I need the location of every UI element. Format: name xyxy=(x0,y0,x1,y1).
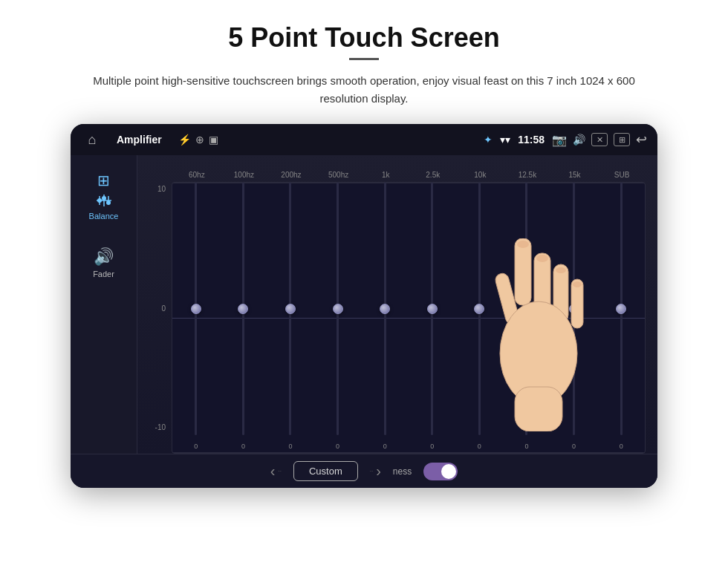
slider-thumb-1k[interactable] xyxy=(380,304,390,314)
sliders-grid: 0 0 0 xyxy=(172,182,646,454)
slider-col-200hz[interactable]: 0 xyxy=(267,183,314,453)
slider-col-10k[interactable]: 0 xyxy=(456,183,504,453)
freq-200hz: 200hz xyxy=(267,171,315,179)
bottom-bar: ‹ ·· Custom ·· › ness xyxy=(71,454,657,488)
fader-label: Fader xyxy=(93,270,114,278)
freq-100hz: 100hz xyxy=(221,171,268,179)
next-dots: ·· xyxy=(370,468,373,474)
svg-point-6 xyxy=(106,200,111,205)
wifi-icon: ▾▾ xyxy=(500,134,510,146)
svg-point-2 xyxy=(97,198,102,203)
sidebar-item-balance[interactable]: ⊞ Balance xyxy=(76,166,132,226)
volume-icon[interactable]: 🔊 xyxy=(573,134,585,146)
slider-value-sub: 0 xyxy=(620,443,623,450)
slider-track-200hz[interactable] xyxy=(289,183,291,435)
slider-value-10k: 0 xyxy=(478,443,481,450)
slider-track-100hz[interactable] xyxy=(242,183,244,435)
title-divider xyxy=(349,58,379,60)
slider-col-500hz[interactable]: 0 xyxy=(314,183,362,453)
slider-track-15k[interactable] xyxy=(573,183,575,435)
sidebar-item-fader[interactable]: 🔊 Fader xyxy=(76,241,132,284)
usb-icon: ⚡ xyxy=(178,134,191,146)
camera-icon[interactable]: 📷 xyxy=(552,133,567,147)
y-axis: 10 0 -10 xyxy=(149,182,172,454)
slider-col-1k[interactable]: 0 xyxy=(361,183,409,453)
slider-thumb-10k[interactable] xyxy=(474,304,484,314)
app-title: Amplifier xyxy=(117,134,162,146)
fader-icon: 🔊 xyxy=(94,247,114,267)
balance-label: Balance xyxy=(89,212,119,221)
freq-60hz: 60hz xyxy=(173,171,221,179)
slider-track-10k[interactable] xyxy=(478,183,481,435)
slider-track-2.5k[interactable] xyxy=(431,183,433,435)
home-icon[interactable]: ⌂ xyxy=(81,128,103,151)
page-title: 5 Point Touch Screen xyxy=(228,22,499,53)
slider-track-12.5k[interactable] xyxy=(525,183,527,435)
freq-sub: SUB xyxy=(598,171,646,179)
slider-value-2.5k: 0 xyxy=(430,443,434,450)
slider-thumb-200hz[interactable] xyxy=(285,304,296,314)
back-icon[interactable]: ↩ xyxy=(636,131,647,148)
status-icons: ⚡ ⊕ ▣ xyxy=(178,134,218,146)
slider-thumb-12.5k[interactable] xyxy=(521,304,532,314)
slider-track-1k[interactable] xyxy=(384,183,386,435)
next-chevron-icon: › xyxy=(376,463,381,480)
image-icon: ▣ xyxy=(209,134,218,146)
slider-col-12.5k[interactable]: 0 xyxy=(503,183,550,453)
status-bar: ⌂ Amplifier ⚡ ⊕ ▣ ✦ ▾▾ 11:58 📷 🔊 ✕ ⊞ ↩ xyxy=(71,124,657,155)
slider-thumb-15k[interactable] xyxy=(569,304,579,314)
sidebar: ⊞ Balance 🔊 Fader xyxy=(71,155,137,454)
gps-icon: ⊕ xyxy=(195,134,204,146)
prev-button[interactable]: ‹ ·· xyxy=(270,463,282,480)
bluetooth-icon: ✦ xyxy=(484,134,493,146)
loudness-label: ness xyxy=(393,466,412,477)
loudness-toggle[interactable] xyxy=(423,463,458,480)
slider-thumb-2.5k[interactable] xyxy=(427,304,438,314)
slider-thumb-500hz[interactable] xyxy=(333,304,343,314)
eq-sliders-area: 10 0 -10 xyxy=(149,182,646,454)
y-label-0: 0 xyxy=(161,304,166,313)
freq-12.5k: 12.5k xyxy=(504,171,551,179)
page-subtitle: Multiple point high-sensitive touchscree… xyxy=(82,72,646,108)
eq-content: 60hz 100hz 200hz 500hz 1k 2.5k 10k 12.5k… xyxy=(137,155,657,454)
slider-value-100hz: 0 xyxy=(241,443,245,450)
slider-thumb-sub[interactable] xyxy=(616,304,626,314)
freq-labels: 60hz 100hz 200hz 500hz 1k 2.5k 10k 12.5k… xyxy=(173,163,646,179)
main-area: ⊞ Balance 🔊 Fader xyxy=(71,155,657,454)
freq-15k: 15k xyxy=(551,171,599,179)
slider-track-60hz[interactable] xyxy=(195,183,197,435)
next-button[interactable]: ·· › xyxy=(370,463,381,480)
slider-thumb-100hz[interactable] xyxy=(238,304,248,314)
eq-sliders-icon xyxy=(94,192,114,209)
status-right-icons: 📷 🔊 ✕ ⊞ ↩ xyxy=(552,131,647,148)
slider-thumb-60hz[interactable] xyxy=(191,304,201,314)
y-label-10: 10 xyxy=(157,185,166,193)
device-frame: ⌂ Amplifier ⚡ ⊕ ▣ ✦ ▾▾ 11:58 📷 🔊 ✕ ⊞ ↩ ⊞ xyxy=(71,124,657,488)
slider-value-12.5k: 0 xyxy=(524,443,528,450)
slider-col-60hz[interactable]: 0 xyxy=(172,183,220,453)
slider-value-60hz: 0 xyxy=(194,443,198,450)
y-label-neg10: -10 xyxy=(155,423,166,431)
slider-col-15k[interactable]: 0 xyxy=(550,183,598,453)
freq-500hz: 500hz xyxy=(315,171,363,179)
prev-chevron-icon: ‹ xyxy=(270,463,276,480)
toggle-knob xyxy=(441,464,456,479)
window-icon[interactable]: ⊞ xyxy=(614,133,630,146)
freq-1k: 1k xyxy=(362,171,409,179)
slider-tracks: 0 0 0 xyxy=(172,182,646,454)
svg-point-4 xyxy=(102,196,106,200)
slider-col-100hz[interactable]: 0 xyxy=(220,183,267,453)
custom-button[interactable]: Custom xyxy=(293,461,358,481)
prev-dots: ·· xyxy=(278,468,281,474)
slider-value-500hz: 0 xyxy=(336,443,339,450)
slider-track-500hz[interactable] xyxy=(337,183,339,435)
freq-10k: 10k xyxy=(457,171,504,179)
close-icon[interactable]: ✕ xyxy=(591,133,608,146)
status-time: 11:58 xyxy=(518,134,545,146)
slider-col-2.5k[interactable]: 0 xyxy=(409,183,456,453)
slider-value-15k: 0 xyxy=(572,443,576,450)
slider-track-sub[interactable] xyxy=(620,183,623,435)
slider-col-sub[interactable]: 0 xyxy=(597,183,645,453)
slider-value-1k: 0 xyxy=(383,443,387,450)
freq-2.5k: 2.5k xyxy=(409,171,457,179)
